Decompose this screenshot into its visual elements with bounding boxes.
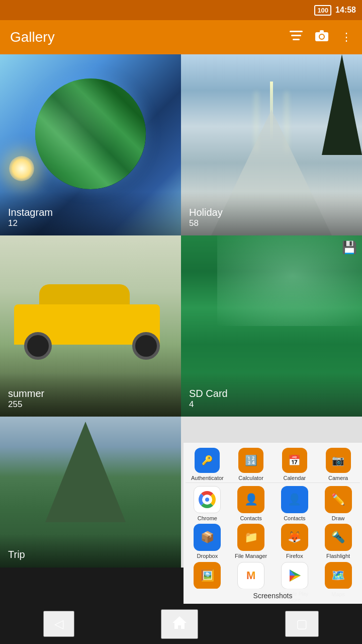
app-label-chrome: Chrome	[198, 515, 217, 522]
app-item-firefox[interactable]: 🦊 Firefox	[275, 524, 315, 559]
app-label-calendar: Calendar	[284, 475, 306, 481]
gallery-item-summer[interactable]: summer 255	[0, 235, 181, 417]
firefox-icon: 🦊	[281, 524, 308, 551]
app-label-firefox: Firefox	[286, 553, 303, 559]
album-name-sdcard: SD Card	[189, 388, 354, 399]
app-item-dropbox[interactable]: 📦 Dropbox	[187, 524, 227, 559]
app-item-calendar[interactable]: 📅 Calendar	[276, 448, 313, 481]
image-icon: 🖼️	[194, 562, 221, 589]
app-drawer: 🔑 Authenticator 🔢 Calculator 📅 Calendar …	[184, 443, 362, 604]
contacts-blue-icon: 👤	[281, 486, 308, 513]
app-label-dropbox: Dropbox	[197, 553, 218, 559]
status-bar: 100 14:58	[0, 0, 362, 20]
more-icon[interactable]: ⋮	[341, 31, 352, 44]
sdcard-icon: 💾	[342, 240, 357, 255]
app-item-calculator[interactable]: 🔢 Calculator	[232, 448, 270, 481]
app-item-flashlight[interactable]: 🔦 Flashlight	[318, 524, 358, 559]
gallery-item-sdcard[interactable]: 💾 SD Card 4	[181, 235, 362, 417]
album-name-summer: summer	[8, 388, 173, 399]
album-name-holiday: Holiday	[189, 207, 354, 218]
app-row-2: 📦 Dropbox 📁 File Manager 🦊 Firefox 🔦 Fla…	[186, 524, 360, 559]
page-title: Gallery	[10, 29, 290, 45]
battery-indicator: 100	[314, 5, 331, 16]
album-count-holiday: 58	[189, 218, 354, 228]
recents-button[interactable]: ▢	[285, 611, 319, 637]
app-label-authenticator: Authenticator	[191, 475, 224, 481]
app-label-flashlight: Flashlight	[326, 553, 350, 559]
album-count-summer: 255	[8, 399, 173, 410]
svg-rect-2	[293, 39, 300, 40]
camera-icon[interactable]	[315, 30, 329, 45]
album-count-instagram: 12	[8, 218, 173, 228]
draw-icon: ✏️	[325, 486, 352, 513]
app-item-gmail[interactable]: M	[231, 562, 271, 591]
home-button[interactable]	[161, 609, 198, 639]
app-label-contacts-blue: Contacts	[284, 515, 305, 522]
svg-rect-0	[290, 31, 303, 32]
svg-marker-11	[172, 616, 187, 629]
app-row-1: Chrome 👤 Contacts 👤 Contacts ✏️ Draw	[186, 486, 360, 522]
filemanager-icon: 📁	[237, 524, 264, 551]
app-item-chrome[interactable]: Chrome	[187, 486, 227, 522]
app-item-contacts-blue[interactable]: 👤 Contacts	[275, 486, 315, 522]
app-item-contacts-orange[interactable]: 👤 Contacts	[231, 486, 271, 522]
svg-rect-6	[320, 30, 324, 33]
chrome-icon	[194, 486, 221, 513]
app-label-filemanager: File Manager	[235, 553, 267, 559]
app-label-calculator: Calculator	[238, 475, 263, 481]
sort-icon[interactable]	[290, 30, 303, 44]
clock: 14:58	[335, 6, 356, 15]
app-label-draw: Draw	[332, 515, 345, 522]
app-item-draw[interactable]: ✏️ Draw	[318, 486, 358, 522]
calendar-icon: 📅	[282, 448, 307, 473]
app-bar: Gallery ⋮	[0, 20, 362, 54]
gallery-item-trip[interactable]: Trip	[0, 417, 181, 568]
camera-app-icon: 📷	[326, 448, 351, 473]
svg-rect-1	[291, 35, 301, 36]
app-row-top: 🔑 Authenticator 🔢 Calculator 📅 Calendar …	[186, 447, 360, 483]
calculator-icon: 🔢	[238, 448, 263, 473]
nav-bar: ◁ ▢	[0, 604, 362, 644]
app-item-image[interactable]: 🖼️	[187, 562, 227, 591]
dropbox-icon: 📦	[194, 524, 221, 551]
maps-icon: 🗺️	[325, 562, 352, 589]
back-button[interactable]: ◁	[43, 611, 74, 637]
gmail-icon: M	[237, 562, 264, 589]
app-item-camera[interactable]: 📷 Camera	[319, 448, 357, 481]
authenticator-icon: 🔑	[195, 448, 220, 473]
screenshots-label: Screenshots	[184, 589, 362, 603]
contacts-orange-icon: 👤	[237, 486, 264, 513]
app-label-contacts-orange: Contacts	[240, 515, 261, 522]
gallery-item-holiday[interactable]: Holiday 58	[181, 54, 362, 235]
playstore-icon	[281, 562, 308, 589]
album-count-sdcard: 4	[189, 399, 354, 410]
album-name-instagram: Instagram	[8, 207, 173, 218]
album-name-trip: Trip	[8, 549, 173, 560]
app-label-camera: Camera	[328, 475, 348, 481]
flashlight-icon: 🔦	[325, 524, 352, 551]
app-item-authenticator[interactable]: 🔑 Authenticator	[189, 448, 226, 481]
gallery-item-instagram[interactable]: Instagram 12	[0, 54, 181, 235]
app-item-filemanager[interactable]: 📁 File Manager	[231, 524, 271, 559]
svg-point-5	[320, 35, 323, 38]
